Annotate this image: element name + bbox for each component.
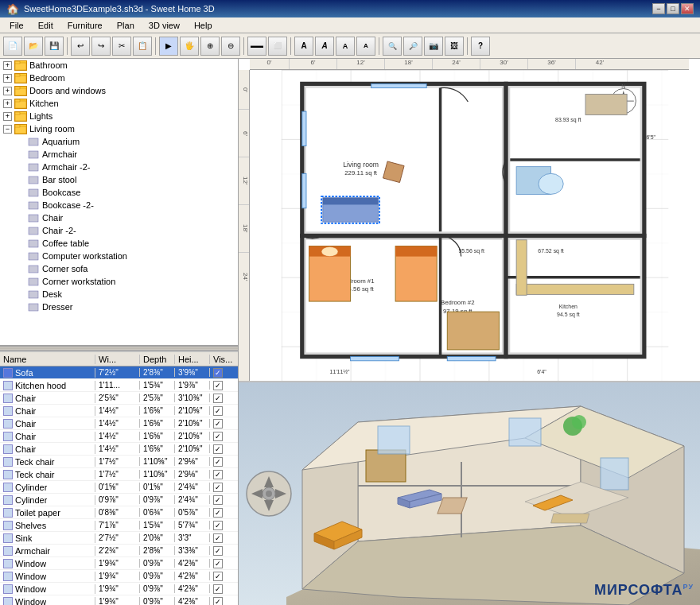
list-row[interactable]: Kitchen hood1'11...1'5¾"1'9⅞" xyxy=(0,379,238,392)
pointer-button[interactable]: ▶ xyxy=(159,37,178,56)
row-visible[interactable] xyxy=(210,521,234,530)
visible-checkbox[interactable] xyxy=(213,572,223,581)
tree-item-0[interactable]: +Bathroom xyxy=(0,59,238,72)
tree-item-8[interactable]: Armchair -2- xyxy=(0,161,238,173)
expand-icon[interactable]: + xyxy=(3,112,12,121)
row-visible[interactable] xyxy=(210,584,234,594)
list-row[interactable]: Toilet paper0'8⅜"0'6¾"0'5⅞" xyxy=(0,506,238,519)
tree-item-5[interactable]: −Living room xyxy=(0,122,238,135)
row-visible[interactable] xyxy=(210,572,234,581)
list-row[interactable]: Sink2'7½"2'0⅜"3'3" xyxy=(0,532,238,545)
row-visible[interactable] xyxy=(210,508,234,518)
visible-checkbox[interactable] xyxy=(213,508,223,518)
visible-checkbox[interactable] xyxy=(213,368,223,378)
plan-svg-container[interactable]: Living room 229.11 sq ft Bedroom #1 104.… xyxy=(250,70,700,381)
menu-item-3d-view[interactable]: 3D view xyxy=(142,19,186,32)
visible-checkbox[interactable] xyxy=(213,521,223,530)
tree-item-3[interactable]: +Kitchen xyxy=(0,97,238,110)
visible-checkbox[interactable] xyxy=(213,457,223,467)
row-visible[interactable] xyxy=(210,419,234,429)
list-row[interactable]: Cylinder0'1⅝"0'1⅝"2'4¾" xyxy=(0,481,238,494)
visible-checkbox[interactable] xyxy=(213,419,223,429)
row-visible[interactable] xyxy=(210,457,234,467)
list-row[interactable]: Chair2'5¾"2'5⅞"3'10⅜" xyxy=(0,392,238,405)
tree-item-19[interactable]: Dresser xyxy=(0,301,238,313)
save-button[interactable]: 💾 xyxy=(45,37,64,56)
visible-checkbox[interactable] xyxy=(213,559,223,568)
visible-checkbox[interactable] xyxy=(213,470,223,479)
zoom-all-button[interactable]: 🔎 xyxy=(403,37,422,56)
tree-item-17[interactable]: Corner workstation xyxy=(0,275,238,288)
redo-button[interactable]: ↪ xyxy=(91,37,111,56)
cut-button[interactable]: ✂ xyxy=(112,37,131,56)
visible-checkbox[interactable] xyxy=(213,381,223,390)
row-visible[interactable] xyxy=(210,444,234,454)
copy-button[interactable]: 📋 xyxy=(133,37,152,56)
tree-item-14[interactable]: Coffee table xyxy=(0,237,238,250)
zoom-fit-button[interactable]: 🔍 xyxy=(383,37,402,56)
row-visible[interactable] xyxy=(210,406,234,416)
text-button[interactable]: A xyxy=(294,37,313,56)
hand-button[interactable]: 🖐 xyxy=(180,37,199,56)
text2-button[interactable]: A xyxy=(315,37,334,56)
tree-item-4[interactable]: +Lights xyxy=(0,110,238,122)
list-row[interactable]: Cylinder0'9⅞"0'9⅞"2'4¾" xyxy=(0,494,238,506)
visible-checkbox[interactable] xyxy=(213,597,223,606)
zoom-out-button[interactable]: ⊖ xyxy=(221,37,240,56)
tree-item-10[interactable]: Bookcase xyxy=(0,186,238,199)
row-visible[interactable] xyxy=(210,483,234,492)
tree-item-12[interactable]: Chair xyxy=(0,211,238,224)
list-row[interactable]: Chair1'4½"1'6⅝"2'10⅝" xyxy=(0,430,238,443)
expand-icon[interactable]: + xyxy=(3,99,12,108)
visible-checkbox[interactable] xyxy=(213,406,223,416)
list-row[interactable]: Chair1'4½"1'6⅝"2'10⅝" xyxy=(0,417,238,430)
furniture-list[interactable]: Name Wi... Depth Hei... Vis... Sofa7'2½"… xyxy=(0,351,238,605)
tree-item-15[interactable]: Computer workstation xyxy=(0,250,238,262)
expand-icon[interactable]: + xyxy=(3,74,12,83)
new-button[interactable]: 📄 xyxy=(3,37,22,56)
row-visible[interactable] xyxy=(210,470,234,479)
list-row[interactable]: Window1'9¾"0'9⅞"4'2⅜" xyxy=(0,595,238,605)
list-row[interactable]: Window1'9¾"0'9⅞"4'2⅜" xyxy=(0,570,238,583)
tree-item-7[interactable]: Armchair xyxy=(0,148,238,161)
list-row[interactable]: Chair1'4½"1'6⅝"2'10⅝" xyxy=(0,443,238,456)
row-visible[interactable] xyxy=(210,546,234,556)
expand-icon[interactable]: − xyxy=(3,125,12,134)
wall-button[interactable]: ▬▬ xyxy=(247,37,266,56)
snapshot-button[interactable]: 🖼 xyxy=(445,37,464,56)
list-row[interactable]: Teck chair1'7½"1'10⅝"2'9⅛" xyxy=(0,468,238,481)
row-visible[interactable] xyxy=(210,559,234,568)
furniture-catalog-tree[interactable]: +Bathroom+Bedroom+Doors and windows+Kitc… xyxy=(0,59,238,346)
camera-button[interactable]: 📷 xyxy=(424,37,443,56)
expand-icon[interactable]: + xyxy=(3,87,12,95)
tree-item-16[interactable]: Corner sofa xyxy=(0,262,238,275)
row-visible[interactable] xyxy=(210,533,234,543)
open-button[interactable]: 📂 xyxy=(24,37,43,56)
visible-checkbox[interactable] xyxy=(213,432,223,441)
room-button[interactable]: ⬜ xyxy=(268,37,287,56)
text4-button[interactable]: A xyxy=(356,37,375,56)
visible-checkbox[interactable] xyxy=(213,533,223,543)
list-row[interactable]: Window1'9¾"0'9⅞"4'2⅜" xyxy=(0,557,238,570)
row-visible[interactable] xyxy=(210,432,234,441)
list-row[interactable]: Window1'9¾"0'9⅞"4'2⅜" xyxy=(0,583,238,595)
tree-item-9[interactable]: Bar stool xyxy=(0,173,238,186)
tree-item-1[interactable]: +Bedroom xyxy=(0,72,238,84)
row-visible[interactable] xyxy=(210,381,234,390)
menu-item-edit[interactable]: Edit xyxy=(32,19,60,32)
list-row[interactable]: Teck chair1'7½"1'10⅝"2'9⅛" xyxy=(0,456,238,468)
menu-item-help[interactable]: Help xyxy=(188,19,219,32)
list-row[interactable]: Armchair2'2¾"2'8⅝"3'3⅜" xyxy=(0,545,238,557)
tree-item-11[interactable]: Bookcase -2- xyxy=(0,199,238,211)
floor-plan[interactable]: 0' 6' 12' 18' 24' 30' 36' 42' 0' 6' 12' … xyxy=(239,59,700,382)
undo-button[interactable]: ↩ xyxy=(71,37,90,56)
row-visible[interactable] xyxy=(210,394,234,403)
visible-checkbox[interactable] xyxy=(213,483,223,492)
list-row[interactable]: Chair1'4½"1'6⅝"2'10⅝" xyxy=(0,405,238,417)
text3-button[interactable]: A xyxy=(336,37,355,56)
menu-item-file[interactable]: File xyxy=(3,19,30,32)
help-button[interactable]: ? xyxy=(471,37,490,56)
row-visible[interactable] xyxy=(210,495,234,505)
3d-view[interactable]: МИРСОФТАРУ xyxy=(239,382,700,605)
visible-checkbox[interactable] xyxy=(213,546,223,556)
